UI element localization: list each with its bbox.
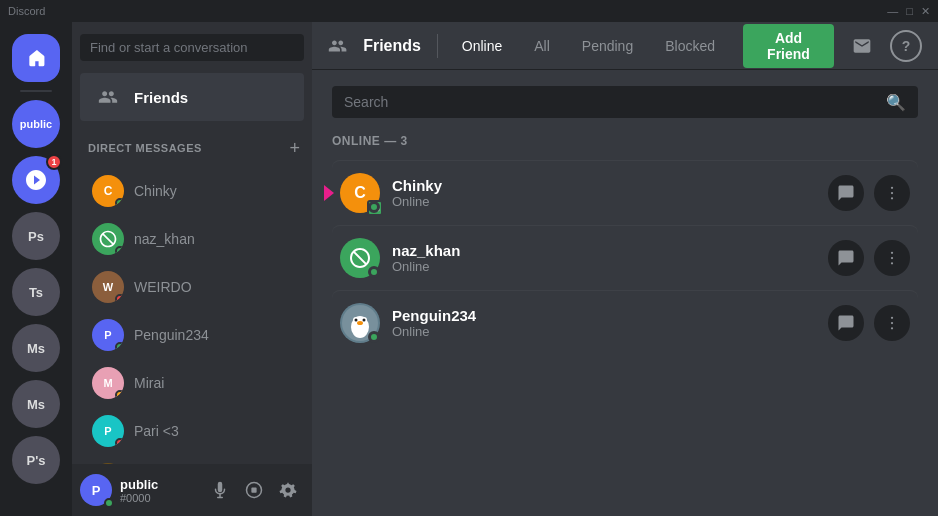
status-penguin234 bbox=[115, 342, 124, 351]
dm-search-bar bbox=[72, 22, 312, 73]
tab-pending[interactable]: Pending bbox=[574, 34, 641, 58]
user-tag: #0000 bbox=[120, 492, 196, 504]
dm-item-chinky[interactable]: C Chinky bbox=[80, 167, 304, 215]
chinky-arrow-indicator bbox=[324, 185, 334, 201]
friend-avatar-chinky: C bbox=[340, 173, 380, 213]
friend-status-chinky: Online bbox=[392, 194, 828, 209]
message-chinky-button[interactable] bbox=[828, 175, 864, 211]
message-penguin234-button[interactable] bbox=[828, 305, 864, 341]
friend-avatar-penguin234 bbox=[340, 303, 380, 343]
user-avatar-text: P bbox=[92, 483, 101, 498]
friend-actions-naz-khan bbox=[828, 240, 910, 276]
server-public[interactable]: public bbox=[12, 100, 60, 148]
dm-item-penguin234[interactable]: P Penguin234 bbox=[80, 311, 304, 359]
friend-name-penguin234: Penguin234 bbox=[392, 307, 828, 324]
message-naz-khan-button[interactable] bbox=[828, 240, 864, 276]
friends-nav-item[interactable]: Friends bbox=[80, 73, 304, 121]
dm-sidebar: Friends DIRECT MESSAGES + C Chinky bbox=[72, 22, 312, 516]
dm-add-button[interactable]: + bbox=[285, 137, 304, 159]
mute-button[interactable] bbox=[204, 474, 236, 506]
inbox-button[interactable] bbox=[850, 34, 874, 58]
minimize-button[interactable]: — bbox=[887, 5, 898, 18]
avatar-naz-khan bbox=[92, 223, 124, 255]
server-ts[interactable]: Ts bbox=[12, 268, 60, 316]
topbar: Friends Online All Pending Blocked Add F… bbox=[312, 22, 938, 70]
server-1-badge: 1 bbox=[46, 154, 62, 170]
tab-online[interactable]: Online bbox=[454, 34, 510, 58]
settings-button[interactable] bbox=[272, 474, 304, 506]
friend-row-penguin234[interactable]: Penguin234 Online bbox=[332, 290, 918, 355]
topbar-friends-icon bbox=[328, 34, 347, 58]
server-public-label: public bbox=[20, 118, 52, 130]
friend-row-naz-khan[interactable]: naz_khan Online bbox=[332, 225, 918, 290]
username: public bbox=[120, 477, 196, 492]
more-chinky-button[interactable] bbox=[874, 175, 910, 211]
svg-point-26 bbox=[891, 317, 893, 319]
friend-status-naz-khan: Online bbox=[392, 259, 828, 274]
dm-name-naz-khan: naz_khan bbox=[134, 231, 195, 247]
svg-point-24 bbox=[363, 319, 366, 322]
user-info: public #0000 bbox=[120, 477, 196, 504]
avatar-chinky: C bbox=[92, 175, 124, 207]
friends-search-input[interactable] bbox=[332, 86, 918, 118]
dm-search-input[interactable] bbox=[80, 34, 304, 61]
friends-content: 🔍 ONLINE — 3 C Chinky bbox=[312, 70, 938, 516]
dm-name-mirai: Mirai bbox=[134, 375, 164, 391]
help-button[interactable]: ? bbox=[890, 30, 922, 62]
more-penguin234-button[interactable] bbox=[874, 305, 910, 341]
add-friend-button[interactable]: Add Friend bbox=[743, 24, 834, 68]
server-divider bbox=[20, 90, 52, 92]
server-ms2[interactable]: Ms bbox=[12, 380, 60, 428]
server-sidebar: public 1 Ps Ts Ms Ms P's bbox=[0, 22, 72, 516]
svg-point-27 bbox=[891, 322, 893, 324]
dm-item-mirai[interactable]: M Mirai bbox=[80, 359, 304, 407]
svg-point-18 bbox=[891, 262, 893, 264]
friend-actions-chinky bbox=[828, 175, 910, 211]
dm-name-penguin234: Penguin234 bbox=[134, 327, 209, 343]
server-ms1[interactable]: Ms bbox=[12, 324, 60, 372]
dm-item-craig[interactable]: Craig Listening to your conversations bbox=[80, 455, 304, 464]
deafen-button[interactable] bbox=[238, 474, 270, 506]
topbar-right: ? bbox=[850, 30, 922, 62]
friend-row-chinky[interactable]: C Chinky Online bbox=[332, 160, 918, 225]
friend-avatar-naz-khan bbox=[340, 238, 380, 278]
friend-status-penguin234: Online bbox=[392, 324, 828, 339]
avatar-pari: P bbox=[92, 415, 124, 447]
titlebar-title: Discord bbox=[8, 5, 45, 17]
status-naz-khan bbox=[115, 246, 124, 255]
status-mirai bbox=[115, 390, 124, 399]
dm-name-weirdo: WEIRDO bbox=[134, 279, 192, 295]
dm-item-weirdo[interactable]: W WEIRDO bbox=[80, 263, 304, 311]
avatar-penguin234: P bbox=[92, 319, 124, 351]
maximize-button[interactable]: □ bbox=[906, 5, 913, 18]
friends-icon bbox=[92, 81, 124, 113]
svg-point-15 bbox=[891, 197, 893, 199]
close-button[interactable]: ✕ bbox=[921, 5, 930, 18]
dm-list-header: DIRECT MESSAGES + bbox=[72, 121, 312, 163]
svg-point-13 bbox=[891, 187, 893, 189]
naz-khan-status-dot bbox=[368, 266, 380, 278]
user-bar: P public #0000 bbox=[72, 464, 312, 516]
tab-blocked[interactable]: Blocked bbox=[657, 34, 723, 58]
topbar-friends-label: Friends bbox=[363, 37, 421, 55]
avatar-weirdo: W bbox=[92, 271, 124, 303]
app-container: public 1 Ps Ts Ms Ms P's bbox=[0, 22, 938, 516]
titlebar-controls[interactable]: — □ ✕ bbox=[887, 5, 930, 18]
dm-name-pari: Pari <3 bbox=[134, 423, 179, 439]
status-weirdo bbox=[115, 294, 124, 303]
server-ps2[interactable]: P's bbox=[12, 436, 60, 484]
tab-all[interactable]: All bbox=[526, 34, 558, 58]
svg-point-16 bbox=[891, 252, 893, 254]
server-ps[interactable]: Ps bbox=[12, 212, 60, 260]
more-naz-khan-button[interactable] bbox=[874, 240, 910, 276]
dm-name-chinky: Chinky bbox=[134, 183, 177, 199]
server-1[interactable]: 1 bbox=[12, 156, 60, 204]
online-section-header: ONLINE — 3 bbox=[332, 134, 918, 148]
dm-item-naz-khan[interactable]: naz_khan bbox=[80, 215, 304, 263]
dm-list: C Chinky naz_khan W WEIRDO bbox=[72, 163, 312, 464]
friend-info-naz-khan: naz_khan Online bbox=[392, 242, 828, 274]
user-controls bbox=[204, 474, 304, 506]
server-home[interactable] bbox=[12, 34, 60, 82]
dm-item-pari[interactable]: P Pari <3 bbox=[80, 407, 304, 455]
user-status-dot bbox=[104, 498, 114, 508]
